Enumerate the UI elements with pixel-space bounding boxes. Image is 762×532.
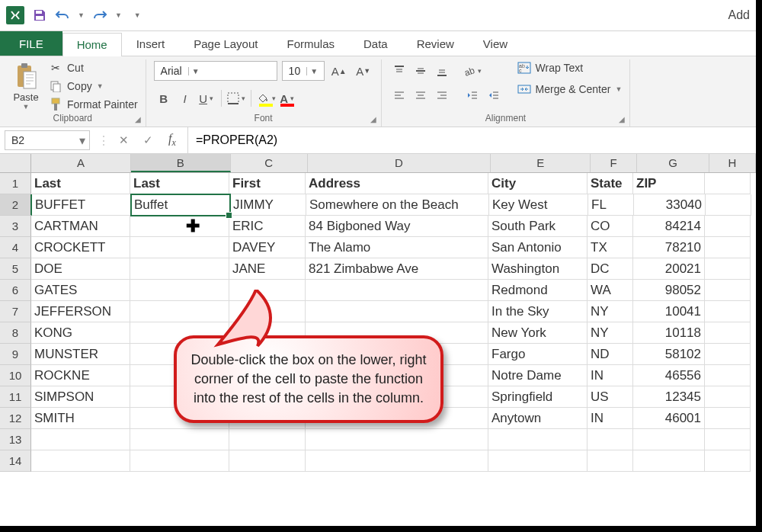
font-name-combo[interactable]: Arial ▼ bbox=[154, 61, 277, 81]
cell-D7[interactable] bbox=[306, 301, 488, 322]
wrap-text-button[interactable]: abc Wrap Text bbox=[517, 61, 623, 75]
cell-B2[interactable]: Buffet bbox=[131, 194, 230, 216]
cell-H9[interactable] bbox=[705, 344, 751, 365]
copy-button[interactable]: Copy ▼ bbox=[49, 79, 138, 93]
align-center-button[interactable] bbox=[411, 85, 431, 105]
col-header-E[interactable]: E bbox=[491, 154, 591, 172]
cell-G8[interactable]: 10118 bbox=[633, 322, 705, 344]
insert-function-button[interactable]: fx bbox=[162, 131, 183, 149]
cell-H1[interactable] bbox=[705, 173, 751, 194]
cell-A8[interactable]: KONG bbox=[31, 322, 130, 344]
col-header-H[interactable]: H bbox=[709, 154, 756, 172]
cell-C2[interactable]: JIMMY bbox=[230, 194, 306, 216]
tab-review[interactable]: Review bbox=[402, 32, 469, 56]
cell-G2[interactable]: 33040 bbox=[634, 194, 706, 216]
cell-E5[interactable]: Washington bbox=[488, 258, 588, 280]
align-top-button[interactable] bbox=[389, 61, 409, 81]
cell-D13[interactable] bbox=[306, 429, 488, 450]
row-header-13[interactable]: 13 bbox=[0, 429, 31, 450]
row-header-3[interactable]: 3 bbox=[0, 216, 31, 237]
cell-A13[interactable] bbox=[31, 429, 130, 450]
tab-formulas[interactable]: Formulas bbox=[272, 32, 349, 56]
fill-handle[interactable] bbox=[226, 212, 232, 219]
cell-D14[interactable] bbox=[306, 450, 488, 472]
align-left-button[interactable] bbox=[389, 85, 409, 105]
row-header-12[interactable]: 12 bbox=[0, 408, 31, 429]
cell-F5[interactable]: DC bbox=[588, 258, 633, 280]
cell-D5[interactable]: 821 Zimbabwe Ave bbox=[306, 258, 488, 280]
merge-center-button[interactable]: Merge & Center ▼ bbox=[517, 82, 623, 96]
col-header-F[interactable]: F bbox=[591, 154, 637, 172]
name-box[interactable]: B2 ▾ bbox=[5, 130, 90, 150]
format-painter-button[interactable]: Format Painter bbox=[49, 98, 138, 111]
cell-F4[interactable]: TX bbox=[588, 237, 633, 258]
spreadsheet-grid[interactable]: ABCDEFGH1LastLastFirstAddressCityStateZI… bbox=[0, 154, 756, 472]
cell-F13[interactable] bbox=[588, 429, 633, 450]
cut-button[interactable]: ✂ Cut bbox=[49, 61, 138, 75]
cell-A2[interactable]: BUFFET bbox=[32, 194, 131, 216]
cell-H11[interactable] bbox=[705, 386, 751, 408]
cell-A1[interactable]: Last bbox=[31, 173, 130, 194]
cell-E11[interactable]: Springfield bbox=[488, 386, 588, 408]
cell-E3[interactable]: South Park bbox=[488, 216, 588, 237]
tab-file[interactable]: FILE bbox=[0, 31, 62, 56]
cell-G12[interactable]: 46001 bbox=[633, 408, 705, 429]
row-header-2[interactable]: 2 bbox=[0, 194, 32, 216]
cell-H2[interactable] bbox=[706, 194, 751, 216]
clipboard-launcher[interactable]: ◢ bbox=[135, 115, 141, 123]
cell-B14[interactable] bbox=[130, 450, 229, 472]
cell-H5[interactable] bbox=[705, 258, 751, 280]
row-header-14[interactable]: 14 bbox=[0, 450, 31, 472]
col-header-D[interactable]: D bbox=[308, 154, 491, 172]
cell-G7[interactable]: 10041 bbox=[633, 301, 705, 322]
align-bottom-button[interactable] bbox=[432, 61, 452, 81]
cell-E13[interactable] bbox=[488, 429, 588, 450]
fill-color-button[interactable] bbox=[256, 88, 276, 108]
orientation-button[interactable]: ab bbox=[463, 61, 482, 81]
tab-view[interactable]: View bbox=[469, 32, 522, 56]
cell-H14[interactable] bbox=[705, 450, 751, 472]
cell-E10[interactable]: Notre Dame bbox=[488, 365, 588, 386]
cell-C5[interactable]: JANE bbox=[229, 258, 306, 280]
chevron-down-icon[interactable]: ▾ bbox=[75, 133, 89, 148]
select-all-corner[interactable] bbox=[0, 154, 31, 172]
font-size-combo[interactable]: 10 ▼ bbox=[282, 61, 325, 81]
cell-C3[interactable]: ERIC bbox=[229, 216, 306, 237]
cell-H4[interactable] bbox=[705, 237, 751, 258]
cell-C1[interactable]: First bbox=[229, 173, 306, 194]
cell-F1[interactable]: State bbox=[588, 173, 633, 194]
paste-button[interactable]: Paste ▼ bbox=[8, 61, 44, 111]
tab-data[interactable]: Data bbox=[349, 32, 402, 56]
cell-A3[interactable]: CARTMAN bbox=[31, 216, 130, 237]
cell-F9[interactable]: ND bbox=[588, 344, 633, 365]
cell-A5[interactable]: DOE bbox=[31, 258, 130, 280]
redo-dropdown[interactable]: ▼ bbox=[115, 11, 122, 19]
row-header-11[interactable]: 11 bbox=[0, 386, 31, 408]
cell-E7[interactable]: In the Sky bbox=[488, 301, 588, 322]
cell-G10[interactable]: 46556 bbox=[633, 365, 705, 386]
cell-G11[interactable]: 12345 bbox=[633, 386, 705, 408]
cell-F12[interactable]: IN bbox=[588, 408, 633, 429]
cell-D3[interactable]: 84 Bigboned Way bbox=[306, 216, 488, 237]
cell-E6[interactable]: Redmond bbox=[488, 280, 588, 301]
underline-button[interactable]: U bbox=[197, 88, 216, 108]
cell-B1[interactable]: Last bbox=[130, 173, 229, 194]
cell-G5[interactable]: 20021 bbox=[633, 258, 705, 280]
cell-G1[interactable]: ZIP bbox=[633, 173, 705, 194]
cell-A6[interactable]: GATES bbox=[31, 280, 130, 301]
row-header-8[interactable]: 8 bbox=[0, 322, 31, 344]
cell-C14[interactable] bbox=[229, 450, 306, 472]
row-header-1[interactable]: 1 bbox=[0, 173, 31, 194]
cell-A9[interactable]: MUNSTER bbox=[31, 344, 130, 365]
undo-dropdown[interactable]: ▼ bbox=[78, 11, 85, 19]
cell-F2[interactable]: FL bbox=[588, 194, 634, 216]
align-right-button[interactable] bbox=[432, 85, 452, 105]
cell-G13[interactable] bbox=[633, 429, 705, 450]
cell-A14[interactable] bbox=[31, 450, 130, 472]
cell-B4[interactable] bbox=[130, 237, 229, 258]
qat-customize[interactable]: ▼ bbox=[134, 11, 141, 19]
cell-H13[interactable] bbox=[705, 429, 751, 450]
col-header-C[interactable]: C bbox=[231, 154, 308, 172]
cell-H3[interactable] bbox=[705, 216, 751, 237]
font-color-button[interactable]: A bbox=[277, 88, 297, 108]
